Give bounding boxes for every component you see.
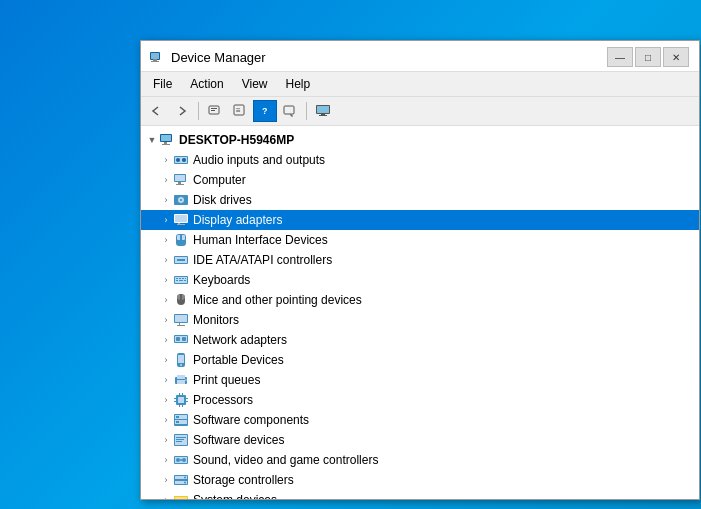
menu-file[interactable]: File <box>145 74 180 94</box>
disk-label: Disk drives <box>193 193 252 207</box>
system-icon <box>173 492 189 499</box>
system-label: System devices <box>193 493 277 499</box>
menu-view[interactable]: View <box>234 74 276 94</box>
toolbar: ≡ ? <box>141 97 699 126</box>
svg-rect-27 <box>176 184 184 185</box>
svg-rect-72 <box>186 398 188 399</box>
audio-label: Audio inputs and outputs <box>193 153 325 167</box>
maximize-button[interactable]: □ <box>635 47 661 67</box>
monitors-icon <box>173 312 189 328</box>
tree-item-computer[interactable]: › Computer <box>141 170 699 190</box>
softdev-icon <box>173 432 189 448</box>
tree-item-mice[interactable]: › Mice and other pointing devices <box>141 290 699 310</box>
system-expand-arrow: › <box>159 495 173 499</box>
svg-rect-74 <box>179 393 180 395</box>
tree-item-sound[interactable]: › Sound, video and game controllers <box>141 450 699 470</box>
svg-rect-40 <box>177 259 185 261</box>
menu-help[interactable]: Help <box>278 74 319 94</box>
close-button[interactable]: ✕ <box>663 47 689 67</box>
portable-icon <box>173 352 189 368</box>
tree-item-print[interactable]: › Print queues <box>141 370 699 390</box>
svg-point-92 <box>180 459 182 461</box>
svg-rect-3 <box>151 53 159 59</box>
tree-item-monitors[interactable]: › Monitors <box>141 310 699 330</box>
toolbar-separator-1 <box>198 102 199 120</box>
svg-rect-65 <box>177 375 185 379</box>
svg-rect-76 <box>179 405 180 407</box>
scan-button[interactable] <box>278 100 302 122</box>
print-expand-arrow: › <box>159 375 173 385</box>
tree-item-audio[interactable]: › Audio inputs and outputs <box>141 150 699 170</box>
tree-item-keyboard[interactable]: › Keyboards <box>141 270 699 290</box>
svg-rect-46 <box>185 278 186 279</box>
svg-rect-6 <box>211 110 215 111</box>
window-title: Device Manager <box>171 50 601 65</box>
menu-action[interactable]: Action <box>182 74 231 94</box>
computer-label: Computer <box>193 173 246 187</box>
softcomp-label: Software components <box>193 413 309 427</box>
svg-rect-81 <box>176 416 179 418</box>
svg-rect-14 <box>321 114 325 115</box>
display-label: Display adapters <box>193 213 282 227</box>
portable-label: Portable Devices <box>193 353 284 367</box>
svg-rect-5 <box>211 108 217 109</box>
svg-rect-45 <box>182 278 184 279</box>
network-icon <box>173 332 189 348</box>
tree-item-disk[interactable]: › Disk drives <box>141 190 699 210</box>
print-icon <box>173 372 189 388</box>
processors-expand-arrow: › <box>159 395 173 405</box>
disk-expand-arrow: › <box>159 195 173 205</box>
processors-icon <box>173 392 189 408</box>
svg-rect-18 <box>164 142 167 144</box>
tree-item-network[interactable]: › Network adapters <box>141 330 699 350</box>
tree-item-software-devices[interactable]: › Software devices <box>141 430 699 450</box>
svg-rect-85 <box>176 437 186 438</box>
ide-icon <box>173 252 189 268</box>
svg-rect-49 <box>184 280 186 281</box>
monitor-button[interactable] <box>311 100 335 122</box>
root-node[interactable]: ▼ DESKTOP-H5946MP <box>141 130 699 150</box>
forward-button[interactable] <box>170 100 194 122</box>
svg-rect-77 <box>182 405 183 407</box>
tree-view[interactable]: ▼ DESKTOP-H5946MP › <box>141 126 699 499</box>
svg-rect-55 <box>179 323 180 325</box>
svg-rect-44 <box>179 278 181 279</box>
svg-rect-100 <box>175 497 187 499</box>
svg-rect-19 <box>162 144 170 145</box>
svg-rect-26 <box>178 182 181 184</box>
window-controls: — □ ✕ <box>607 47 689 67</box>
svg-text:?: ? <box>262 106 268 116</box>
root-label: DESKTOP-H5946MP <box>179 133 294 147</box>
svg-rect-1 <box>153 59 157 61</box>
back-button[interactable] <box>145 100 169 122</box>
tree-item-ide[interactable]: › IDE ATA/ATAPI controllers <box>141 250 699 270</box>
svg-point-96 <box>184 477 186 479</box>
tree-item-display[interactable]: › Display adapters <box>141 210 699 230</box>
svg-point-30 <box>180 199 182 201</box>
tree-item-hid[interactable]: › Human Interface Devices <box>141 230 699 250</box>
svg-rect-11 <box>284 106 294 114</box>
svg-rect-48 <box>179 280 183 281</box>
softcomp-expand-arrow: › <box>159 415 173 425</box>
svg-rect-87 <box>176 441 182 442</box>
tree-item-storage[interactable]: › Storage controllers <box>141 470 699 490</box>
svg-rect-47 <box>176 280 178 281</box>
svg-point-90 <box>176 458 180 462</box>
svg-rect-37 <box>180 235 182 240</box>
hid-expand-arrow: › <box>159 235 173 245</box>
tree-item-processors[interactable]: › Processors <box>141 390 699 410</box>
minimize-button[interactable]: — <box>607 47 633 67</box>
svg-point-91 <box>182 458 186 462</box>
tree-item-portable[interactable]: › Portable Devices <box>141 350 699 370</box>
svg-point-22 <box>176 158 180 162</box>
help-button[interactable]: ? <box>253 100 277 122</box>
audio-icon <box>173 152 189 168</box>
tree-item-system[interactable]: › System devices <box>141 490 699 499</box>
svg-rect-2 <box>151 61 159 62</box>
properties-button[interactable] <box>203 100 227 122</box>
update-driver-button[interactable]: ≡ <box>228 100 252 122</box>
svg-text:≡: ≡ <box>236 106 241 115</box>
storage-icon <box>173 472 189 488</box>
mice-expand-arrow: › <box>159 295 173 305</box>
tree-item-software-components[interactable]: › Software components <box>141 410 699 430</box>
